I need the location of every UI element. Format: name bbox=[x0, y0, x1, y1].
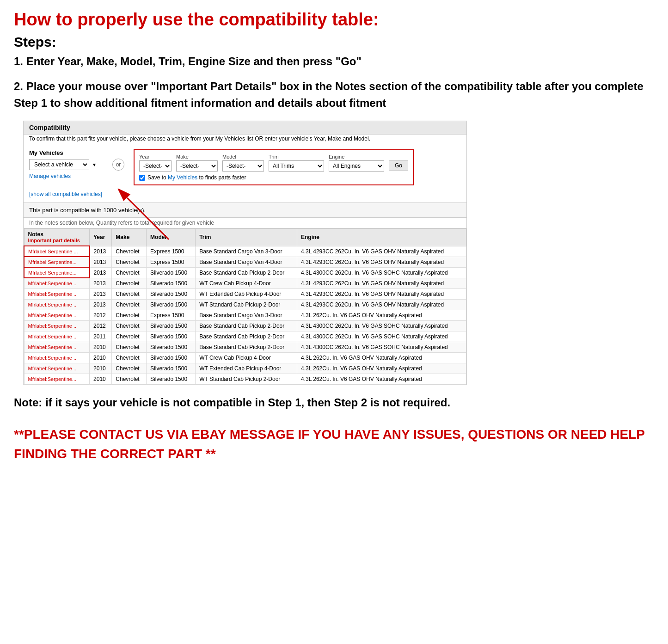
cell-model: Silverado 1500 bbox=[147, 352, 196, 363]
cell-notes: Mfrlabel:Serpentine... bbox=[24, 267, 90, 278]
compat-header: Compatibility bbox=[24, 121, 466, 135]
make-select[interactable]: -Select- bbox=[176, 160, 218, 172]
cell-model: Silverado 1500 bbox=[147, 331, 196, 342]
cell-make: Chevrolet bbox=[112, 320, 147, 331]
cell-year: 2010 bbox=[90, 363, 112, 374]
cell-make: Chevrolet bbox=[112, 331, 147, 342]
cell-make: Chevrolet bbox=[112, 278, 147, 288]
or-divider: or bbox=[112, 159, 124, 171]
cell-year: 2013 bbox=[90, 299, 112, 310]
table-body: Mfrlabel:Serpentine ...2013ChevroletExpr… bbox=[24, 246, 466, 384]
cell-engine: 4.3L 4300CC 262Cu. In. V6 GAS SOHC Natur… bbox=[297, 342, 466, 352]
engine-label: Engine bbox=[329, 154, 384, 159]
cell-model: Silverado 1500 bbox=[147, 299, 196, 310]
cell-make: Chevrolet bbox=[112, 363, 147, 374]
cell-year: 2010 bbox=[90, 374, 112, 384]
show-all-link[interactable]: [show all compatible vehicles] bbox=[29, 191, 102, 197]
cell-engine: 4.3L 4293CC 262Cu. In. V6 GAS OHV Natura… bbox=[297, 278, 466, 288]
save-checkbox[interactable] bbox=[139, 175, 145, 181]
table-row: Mfrlabel:Serpentine...2013ChevroletSilve… bbox=[24, 267, 466, 278]
compat-subtext: To confirm that this part fits your vehi… bbox=[24, 135, 466, 145]
compat-notes-bar: In the notes section below, Quantity ref… bbox=[24, 218, 466, 228]
year-label: Year bbox=[139, 154, 172, 159]
cell-engine: 4.3L 262Cu. In. V6 GAS OHV Naturally Asp… bbox=[297, 363, 466, 374]
cell-make: Chevrolet bbox=[112, 267, 147, 278]
cell-year: 2013 bbox=[90, 278, 112, 288]
cell-year: 2012 bbox=[90, 320, 112, 331]
cell-trim: Base Standard Cargo Van 3-Door bbox=[196, 310, 297, 320]
compat-body: My Vehicles Select a vehicle ▼ Manage ve… bbox=[24, 145, 466, 202]
cell-notes: Mfrlabel:Serpentine... bbox=[24, 257, 90, 267]
notes-header-main: Notes bbox=[28, 231, 86, 238]
my-vehicles-label: My Vehicles bbox=[29, 149, 103, 156]
cell-trim: Base Standard Cab Pickup 2-Door bbox=[196, 320, 297, 331]
col-notes: Notes Important part details bbox=[24, 229, 90, 246]
cell-engine: 4.3L 4293CC 262Cu. In. V6 GAS OHV Natura… bbox=[297, 288, 466, 299]
cell-notes: Mfrlabel:Serpentine ... bbox=[24, 310, 90, 320]
cell-engine: 4.3L 4293CC 262Cu. In. V6 GAS OHV Natura… bbox=[297, 246, 466, 257]
cell-engine: 4.3L 4300CC 262Cu. In. V6 GAS SOHC Natur… bbox=[297, 267, 466, 278]
my-vehicles-section: My Vehicles Select a vehicle ▼ Manage ve… bbox=[29, 149, 103, 198]
cell-make: Chevrolet bbox=[112, 288, 147, 299]
cell-make: Chevrolet bbox=[112, 246, 147, 257]
ym-row: Year -Select- Make -Select- Model -Selec… bbox=[139, 154, 408, 172]
cell-year: 2013 bbox=[90, 257, 112, 267]
col-model: Model bbox=[147, 229, 196, 246]
make-label: Make bbox=[176, 154, 218, 159]
compat-title: Compatibility bbox=[29, 124, 70, 131]
cell-notes: Mfrlabel:Serpentine ... bbox=[24, 363, 90, 374]
cell-year: 2012 bbox=[90, 310, 112, 320]
year-select[interactable]: -Select- bbox=[139, 160, 172, 172]
my-vehicles-link[interactable]: My Vehicles bbox=[168, 174, 197, 181]
contact-text: **PLEASE CONTACT US VIA EBAY MESSAGE IF … bbox=[14, 425, 654, 464]
col-year: Year bbox=[90, 229, 112, 246]
cell-model: Silverado 1500 bbox=[147, 320, 196, 331]
cell-make: Chevrolet bbox=[112, 352, 147, 363]
cell-make: Chevrolet bbox=[112, 257, 147, 267]
compat-info-bar: This part is compatible with 1000 vehicl… bbox=[24, 202, 466, 218]
cell-trim: Base Standard Cab Pickup 2-Door bbox=[196, 331, 297, 342]
cell-trim: Base Standard Cab Pickup 2-Door bbox=[196, 267, 297, 278]
cell-year: 2013 bbox=[90, 246, 112, 257]
cell-notes: Mfrlabel:Serpentine ... bbox=[24, 320, 90, 331]
cell-model: Silverado 1500 bbox=[147, 374, 196, 384]
cell-engine: 4.3L 262Cu. In. V6 GAS OHV Naturally Asp… bbox=[297, 310, 466, 320]
col-trim: Trim bbox=[196, 229, 297, 246]
cell-model: Silverado 1500 bbox=[147, 363, 196, 374]
cell-model: Silverado 1500 bbox=[147, 278, 196, 288]
table-row: Mfrlabel:Serpentine ...2011ChevroletSilv… bbox=[24, 331, 466, 342]
table-row: Mfrlabel:Serpentine ...2010ChevroletSilv… bbox=[24, 363, 466, 374]
table-row: Mfrlabel:Serpentine...2013ChevroletExpre… bbox=[24, 257, 466, 267]
cell-engine: 4.3L 262Cu. In. V6 GAS OHV Naturally Asp… bbox=[297, 374, 466, 384]
compat-table: Notes Important part details Year Make M… bbox=[24, 228, 466, 385]
cell-notes: Mfrlabel:Serpentine ... bbox=[24, 288, 90, 299]
cell-model: Express 1500 bbox=[147, 246, 196, 257]
engine-select[interactable]: All Engines bbox=[329, 160, 384, 172]
col-make: Make bbox=[112, 229, 147, 246]
engine-field: Engine All Engines bbox=[329, 154, 384, 172]
vehicle-select[interactable]: Select a vehicle bbox=[29, 159, 89, 170]
notes-header-sub: Important part details bbox=[28, 238, 86, 243]
compatibility-box: Compatibility To confirm that this part … bbox=[23, 121, 467, 385]
cell-year: 2010 bbox=[90, 342, 112, 352]
note-text: Note: if it says your vehicle is not com… bbox=[14, 394, 654, 411]
cell-make: Chevrolet bbox=[112, 374, 147, 384]
cell-trim: WT Extended Cab Pickup 4-Door bbox=[196, 363, 297, 374]
table-row: Mfrlabel:Serpentine ...2013ChevroletSilv… bbox=[24, 278, 466, 288]
go-button[interactable]: Go bbox=[389, 160, 408, 171]
manage-vehicles-link[interactable]: Manage vehicles bbox=[29, 173, 103, 179]
cell-trim: Base Standard Cargo Van 4-Door bbox=[196, 257, 297, 267]
cell-notes: Mfrlabel:Serpentine ... bbox=[24, 342, 90, 352]
trim-select[interactable]: All Trims bbox=[269, 160, 324, 172]
cell-notes: Mfrlabel:Serpentine ... bbox=[24, 278, 90, 288]
table-row: Mfrlabel:Serpentine...2010ChevroletSilve… bbox=[24, 374, 466, 384]
model-field: Model -Select- bbox=[222, 154, 264, 172]
step2-text: 2. Place your mouse over "Important Part… bbox=[14, 78, 654, 111]
table-row: Mfrlabel:Serpentine ...2012ChevroletSilv… bbox=[24, 320, 466, 331]
table-row: Mfrlabel:Serpentine ...2013ChevroletExpr… bbox=[24, 246, 466, 257]
year-field: Year -Select- bbox=[139, 154, 172, 172]
table-row: Mfrlabel:Serpentine ...2012ChevroletExpr… bbox=[24, 310, 466, 320]
cell-model: Express 1500 bbox=[147, 257, 196, 267]
model-select[interactable]: -Select- bbox=[222, 160, 264, 172]
cell-year: 2011 bbox=[90, 331, 112, 342]
